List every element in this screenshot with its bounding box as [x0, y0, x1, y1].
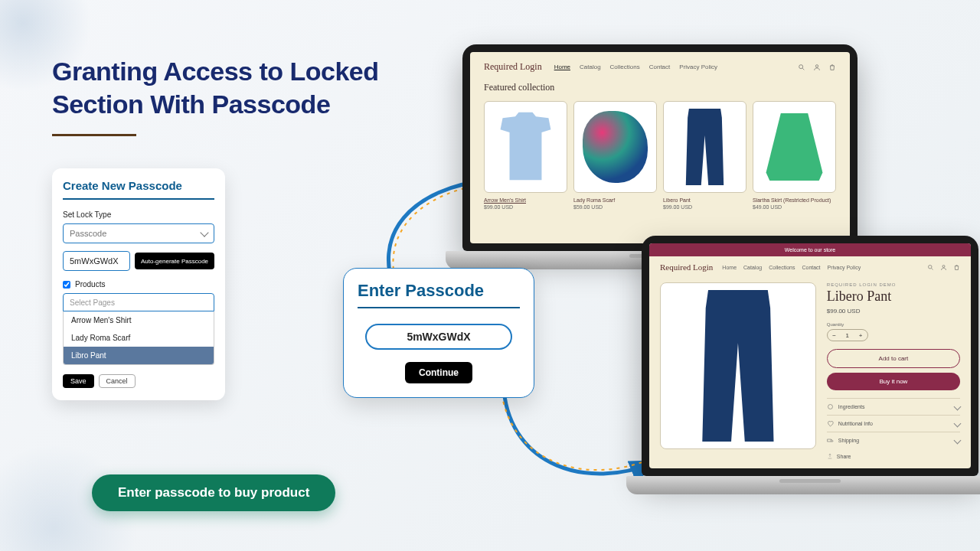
continue-button[interactable]: Continue	[405, 362, 472, 383]
product-hero-image	[660, 282, 816, 449]
store-header: Required Login Home Catalog Collections …	[484, 61, 836, 73]
products-checkbox[interactable]	[63, 281, 70, 289]
product-image	[753, 101, 836, 193]
store-logo[interactable]: Required Login	[660, 262, 713, 272]
bag-icon[interactable]	[953, 264, 960, 271]
nav-home[interactable]: Home	[554, 64, 570, 70]
headline-line2: Section With Passcode	[52, 90, 330, 119]
accordion-nutrition[interactable]: Nutritional Info	[827, 415, 960, 432]
pages-option-selected[interactable]: Libro Pant	[64, 347, 214, 364]
search-icon[interactable]	[798, 64, 805, 71]
product-card[interactable]: Libero Pant $99.00 USD	[663, 101, 746, 210]
pages-combo[interactable]: Select Pages Arrow Men's Shirt Lady Roma…	[63, 293, 214, 365]
passcode-input[interactable]: 5mWxGWdX	[63, 251, 130, 271]
ingredient-icon	[827, 403, 834, 410]
headline-underline	[52, 134, 136, 136]
accordion-ingredients[interactable]: Ingredients	[827, 398, 960, 415]
svg-rect-5	[828, 439, 831, 442]
store-nav: Home Catalog Collections Contact Privacy…	[722, 265, 861, 270]
nav-contact[interactable]: Contact	[802, 265, 820, 270]
svg-point-3	[942, 265, 945, 267]
search-icon[interactable]	[927, 264, 934, 271]
add-to-cart-button[interactable]: Add to cart	[827, 349, 960, 368]
cancel-button[interactable]: Cancel	[99, 374, 136, 388]
product-card[interactable]: Arrow Men's Shirt $99.00 USD	[484, 101, 567, 210]
svg-point-2	[929, 265, 933, 269]
product-price: $99.00 USD	[827, 308, 960, 315]
product-name: Libero Pant	[663, 197, 746, 203]
store-logo[interactable]: Required Login	[484, 61, 542, 73]
announcement-bar: Welcome to our store	[649, 243, 971, 256]
create-card-title: Create New Passcode	[63, 179, 214, 200]
nav-contact[interactable]: Contact	[649, 64, 671, 70]
product-image	[663, 101, 746, 193]
product-price: $59.00 USD	[573, 204, 657, 210]
nav-catalog[interactable]: Catalog	[743, 265, 762, 270]
product-image	[573, 101, 657, 193]
quantity-stepper[interactable]: − 1 +	[827, 329, 868, 341]
lock-type-label: Set Lock Type	[63, 210, 214, 219]
bag-icon[interactable]	[828, 64, 836, 71]
product-card[interactable]: Lady Roma Scarf $59.00 USD	[573, 101, 657, 210]
store-header: Required Login Home Catalog Collections …	[649, 256, 971, 278]
chevron-down-icon	[954, 403, 962, 411]
chevron-down-icon	[200, 228, 208, 236]
product-price: $49.00 USD	[753, 204, 836, 210]
svg-point-4	[828, 405, 832, 409]
nav-catalog[interactable]: Catalog	[580, 64, 601, 70]
user-icon[interactable]	[813, 64, 821, 71]
create-passcode-card: Create New Passcode Set Lock Type Passco…	[52, 168, 225, 400]
cta-button[interactable]: Enter passcode to buy product	[92, 474, 335, 511]
pages-option-list: Arrow Men's Shirt Lady Roma Scarf Libro …	[63, 311, 214, 365]
buy-now-button[interactable]: Buy it now	[827, 373, 960, 390]
heart-icon	[827, 420, 834, 427]
quantity-value: 1	[846, 332, 849, 339]
chevron-down-icon	[954, 420, 962, 428]
page-headline: Granting Access to Locked Section With P…	[52, 55, 378, 136]
product-image	[484, 101, 567, 193]
laptop-base	[626, 476, 980, 494]
auto-generate-button[interactable]: Auto-generate Passcode	[135, 253, 214, 269]
headline-line1: Granting Access to Locked	[52, 57, 378, 86]
pages-option[interactable]: Arrow Men's Shirt	[64, 311, 214, 329]
pages-placeholder: Select Pages	[63, 293, 214, 311]
enter-passcode-input[interactable]: 5mWxGWdX	[365, 324, 512, 350]
plus-icon[interactable]: +	[859, 332, 863, 339]
nav-collections[interactable]: Collections	[610, 64, 640, 70]
svg-point-1	[815, 64, 818, 67]
accordion-shipping[interactable]: Shipping	[827, 432, 960, 448]
store-nav: Home Catalog Collections Contact Privacy…	[554, 64, 717, 70]
user-icon[interactable]	[940, 264, 947, 271]
products-check-label: Products	[75, 280, 105, 289]
nav-privacy[interactable]: Privacy Policy	[679, 64, 717, 70]
product-price: $99.00 USD	[663, 204, 746, 210]
chevron-down-icon	[954, 437, 962, 445]
product-price: $99.00 USD	[484, 204, 567, 210]
nav-privacy[interactable]: Privacy Policy	[828, 265, 861, 270]
quantity-label: Quantity	[827, 322, 960, 327]
nav-collections[interactable]: Collections	[769, 265, 795, 270]
lock-type-value: Passcode	[70, 229, 106, 238]
product-title: Libero Pant	[827, 289, 960, 305]
featured-title: Featured collection	[484, 82, 836, 93]
nav-home[interactable]: Home	[722, 265, 737, 270]
product-vendor: Required Login Demo	[827, 282, 960, 287]
enter-title: Enter Passcode	[358, 281, 520, 308]
enter-passcode-card: Enter Passcode 5mWxGWdX Continue	[343, 268, 534, 398]
laptop-product-preview: Welcome to our store Required Login Home…	[642, 236, 978, 494]
product-name: Arrow Men's Shirt	[484, 197, 567, 203]
svg-point-0	[799, 64, 803, 68]
save-button[interactable]: Save	[63, 374, 94, 388]
lock-type-select[interactable]: Passcode	[63, 223, 214, 243]
product-name: Slartha Skirt (Restricted Product)	[753, 197, 836, 203]
product-card[interactable]: Slartha Skirt (Restricted Product) $49.0…	[753, 101, 836, 210]
minus-icon[interactable]: −	[832, 332, 836, 339]
pages-option[interactable]: Lady Roma Scarf	[64, 329, 214, 347]
share-icon	[827, 453, 833, 459]
share-button[interactable]: Share	[827, 453, 960, 459]
truck-icon	[827, 437, 834, 444]
product-name: Lady Roma Scarf	[573, 197, 657, 203]
